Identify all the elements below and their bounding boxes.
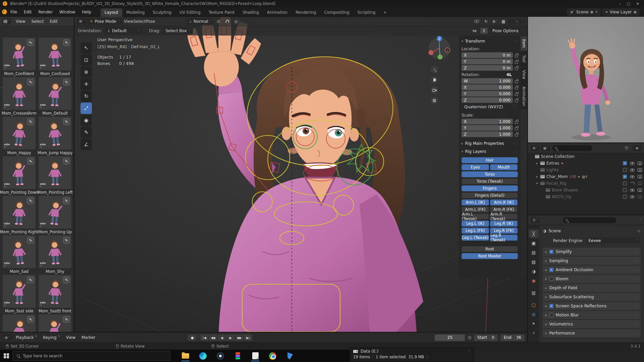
edit-pose-icon[interactable]: ✎ bbox=[63, 39, 70, 46]
expand-icon[interactable]: ▸ bbox=[545, 268, 547, 272]
taskbar-icon-edge[interactable] bbox=[197, 350, 209, 361]
properties-tab-constraints[interactable]: ✶ bbox=[529, 319, 539, 328]
timeline-menu-marker[interactable]: Marker bbox=[78, 334, 98, 341]
view-layer-selector[interactable]: ≡ View Layer ▣ bbox=[602, 9, 639, 15]
menu-window[interactable]: Window bbox=[56, 8, 78, 16]
chevron-down-icon[interactable]: ˅ bbox=[468, 350, 470, 353]
prev-frame-button[interactable]: ◀ bbox=[218, 335, 226, 341]
proportional-editing-button[interactable]: ◎˅ bbox=[233, 18, 240, 24]
outliner-display-mode-button[interactable]: ⊟˅ bbox=[531, 145, 539, 151]
timeline-menu-playback[interactable]: Playback ˅ bbox=[13, 334, 40, 341]
exclude-checkbox[interactable]: ✓ bbox=[623, 161, 627, 165]
menu-file[interactable]: File bbox=[7, 8, 20, 16]
auto-keying-button[interactable]: ● bbox=[188, 335, 196, 341]
transform-orientation-dropdown[interactable]: ⟂Normal˅ bbox=[187, 18, 215, 25]
asset-thumbnail[interactable]: ✎◆▦◆◇ bbox=[39, 275, 71, 308]
drag-value-dropdown[interactable]: Select Box˅ bbox=[163, 27, 193, 34]
jump-end-button[interactable]: ▶| bbox=[244, 335, 252, 341]
panel-bloom[interactable]: ▸Bloom∷∷ bbox=[543, 275, 641, 283]
tab-scripting[interactable]: Scripting bbox=[354, 8, 379, 17]
camera-icon[interactable] bbox=[638, 168, 642, 172]
mirror-butterfly-icon[interactable]: ⋈ bbox=[471, 28, 478, 34]
rig-layer-root-master[interactable]: Root Master bbox=[462, 253, 518, 259]
rig-layer-leg-l-ik-[interactable]: Leg.L (IK) bbox=[462, 221, 489, 227]
lock-open-icon[interactable] bbox=[515, 87, 518, 89]
orientation-value-dropdown[interactable]: ↕Default˅ bbox=[105, 27, 142, 34]
timeline-editor-type-button[interactable]: ◔˅ bbox=[3, 335, 11, 341]
maximize-button[interactable]: ▢ bbox=[627, 2, 630, 6]
transform-panel-header[interactable]: ▾ Transform ∷∷ bbox=[462, 38, 518, 46]
asset-thumbnail[interactable]: ✎◆▦◆◇ bbox=[39, 314, 71, 332]
outliner-item-name[interactable]: WGTS_rig bbox=[552, 194, 571, 199]
navigation-gizmo[interactable]: Z x bbox=[427, 35, 451, 60]
frame-start-field[interactable]: Start0 bbox=[474, 335, 498, 341]
camera-icon[interactable] bbox=[638, 195, 642, 198]
taskbar-icon-file-explorer[interactable] bbox=[179, 350, 192, 361]
asset-thumbnail[interactable]: ✎◆▦◆◇ bbox=[39, 38, 71, 70]
show-gizmos-button[interactable]: ↻ bbox=[482, 18, 490, 24]
asset-item[interactable]: ✎◆▦◆◇Mom_Shy bbox=[39, 235, 71, 275]
rig-layer-leg-l-tweak-[interactable]: Leg.L (Tweak) bbox=[462, 235, 489, 241]
expand-icon[interactable]: ▸ bbox=[545, 331, 547, 335]
panel-grip-icon[interactable]: ∷∷ bbox=[513, 40, 518, 43]
tool-scale-button[interactable]: ⤢ bbox=[80, 103, 92, 114]
outliner-item-name[interactable]: Scene Collection bbox=[541, 154, 575, 159]
xray-toggle-button[interactable]: ▩ bbox=[500, 18, 507, 24]
rotation-field-w[interactable]: W1.000 bbox=[462, 78, 513, 84]
eye-icon[interactable] bbox=[630, 189, 635, 192]
panel-simplify[interactable]: ▸✓Simplify∷∷ bbox=[543, 248, 641, 256]
lock-open-icon[interactable] bbox=[515, 121, 518, 124]
tab-sculpting[interactable]: Sculpting bbox=[149, 8, 175, 17]
edit-pose-icon[interactable]: ✎ bbox=[63, 316, 70, 323]
panel-screen-space-reflections[interactable]: ▸✓Screen Space Reflections∷∷ bbox=[543, 302, 641, 310]
edit-pose-icon[interactable]: ✎ bbox=[63, 277, 70, 283]
edit-pose-icon[interactable]: ✎ bbox=[63, 197, 70, 204]
scene-name[interactable]: Scene bbox=[576, 10, 589, 14]
next-keyframe-button[interactable]: ◆▶ bbox=[235, 335, 243, 341]
tool-move-button[interactable]: ✛ bbox=[80, 78, 92, 90]
taskbar-icon-notes[interactable] bbox=[249, 350, 262, 361]
new-scene-icon[interactable]: ▣ bbox=[590, 10, 593, 14]
asset-item[interactable]: ✎◆▦◆◇Mom_Jump Happy bbox=[39, 117, 71, 156]
tab-shading[interactable]: Shading bbox=[238, 8, 263, 17]
mode-dropdown[interactable]: ✳Pose Mode˅ bbox=[87, 18, 122, 25]
tool-select-box-button[interactable]: ⊡ bbox=[80, 54, 92, 66]
location-field-y[interactable]: Y0 m bbox=[462, 59, 513, 64]
outliner-row[interactable]: Lights bbox=[528, 167, 644, 173]
asset-item[interactable]: ✎◆▦◆◇Mom_Confused bbox=[39, 38, 71, 77]
asset-item[interactable]: ✎◆▦◆◇Mom_Default bbox=[39, 77, 71, 117]
pivot-point-button[interactable]: ⊙˅ bbox=[216, 18, 223, 24]
sidebar-tab-animation[interactable]: Animation bbox=[521, 83, 527, 110]
shading-rendered-button[interactable] bbox=[519, 21, 521, 22]
rig-layer-eyes[interactable]: Eyes bbox=[462, 164, 489, 170]
panel-grip-icon[interactable]: ∷∷ bbox=[633, 286, 638, 290]
expand-icon[interactable]: ▸ bbox=[545, 286, 547, 290]
shading-wireframe-button[interactable] bbox=[510, 21, 512, 22]
outliner-row[interactable]: Scene Collection bbox=[528, 153, 644, 160]
prev-keyframe-button[interactable]: ◀◆ bbox=[209, 335, 217, 341]
render-engine-dropdown[interactable]: Eevee˅ bbox=[586, 237, 641, 244]
pin-icon[interactable]: ⊹ bbox=[637, 229, 641, 233]
edit-pose-icon[interactable]: ✎ bbox=[27, 237, 34, 244]
rig-layer-leg-r-ik-[interactable]: Leg.R (IK) bbox=[490, 221, 518, 227]
expand-icon[interactable]: ▸ bbox=[545, 295, 547, 299]
properties-tab-tool[interactable]: ╳ bbox=[529, 229, 539, 238]
edit-pose-icon[interactable]: ✎ bbox=[63, 79, 70, 85]
asset-thumbnail[interactable]: ✎◆▦◆◇ bbox=[3, 117, 36, 149]
edit-pose-icon[interactable]: ✎ bbox=[63, 237, 70, 244]
expand-icon[interactable]: ▾ bbox=[535, 182, 539, 185]
tool-cursor-button[interactable]: ⊕ bbox=[80, 66, 92, 78]
rig-layer-leg-r-tweak-[interactable]: Leg.R (Tweak) bbox=[490, 235, 518, 241]
sidebar-tab-tool[interactable]: Tool bbox=[521, 52, 527, 66]
asset-thumbnail[interactable]: ✎◆▦◆◇ bbox=[39, 235, 71, 268]
panel-grip-icon[interactable]: ∷∷ bbox=[633, 322, 638, 326]
asset-thumbnail[interactable]: ✎◆▦◆◇ bbox=[3, 77, 36, 110]
exclude-checkbox[interactable] bbox=[623, 188, 627, 192]
asset-thumbnail[interactable]: ✎◆▦◆◇ bbox=[3, 38, 36, 70]
scale-field-z[interactable]: Z1.000 bbox=[462, 131, 513, 137]
new-view-layer-icon[interactable]: ▣ bbox=[634, 10, 637, 14]
taskbar-icon-chrome[interactable] bbox=[266, 350, 279, 361]
tab-compositing[interactable]: Compositing bbox=[320, 8, 353, 17]
keying-dropdown-caret[interactable]: ˅ bbox=[197, 336, 200, 339]
asset-item[interactable]: ✎◆▦◆◇Mom_Ssst side bbox=[3, 275, 36, 314]
